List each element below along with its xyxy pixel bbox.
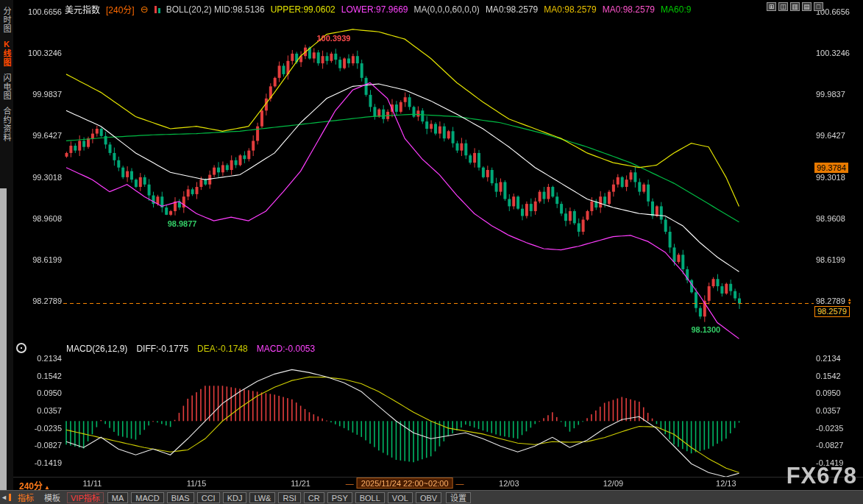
price-axis-label: 99.9837 (12, 90, 62, 99)
macd-axis-label: 0.0357 (816, 406, 841, 415)
window-layout-buttons: ⊞◫▥▤□ (767, 2, 823, 11)
boll-upper-value: UPPER:99.0602 (271, 4, 335, 15)
sidebar-tab-contract-info[interactable]: 合约资料 (1, 107, 13, 142)
dash-icon: — (456, 479, 464, 488)
indicator-button-cci[interactable]: CCI (197, 492, 220, 503)
boll-lower-value: LOWER:97.9669 (341, 4, 408, 15)
price-axis-label: 98.9608 (12, 214, 62, 223)
price-axis-label: 100.3246 (816, 49, 850, 57)
price-axis-label: 99.6427 (816, 131, 845, 140)
macd-header: MACD(26,12,9) DIFF:-0.1775 DEA:-0.1748 M… (66, 344, 315, 354)
x-axis-tick-label: 11/11 (82, 479, 102, 488)
indicator-button-psy[interactable]: PSY (327, 492, 352, 503)
candlestick-chart-canvas[interactable] (0, 0, 863, 504)
macd-axis-label: -0.0235 (816, 424, 843, 433)
indicator-button-macd[interactable]: MACD (131, 492, 163, 503)
current-price-tag: 98.2579 (814, 306, 850, 317)
price-arrows-icon: ▲▼ (848, 298, 852, 305)
price-axis-label: 98.9608 (816, 214, 845, 223)
bottom-toolbar: 指标 模板 VIP指标 MAMACDBIASCCIKDJLW&RSICRPSYB… (0, 490, 863, 504)
dash-icon: — (346, 479, 354, 488)
x-axis-tick-label: 11/15 (187, 479, 207, 488)
macd-axis-label: 0.2134 (816, 354, 841, 363)
macd-axis-label: 0.0357 (12, 406, 62, 415)
sidebar-scroll-strip[interactable] (0, 188, 7, 504)
trading-terminal: 分时图 K线图 闪电图 合约资料 美元指数 [240分] ⊖ BOLL(20,2… (0, 0, 863, 504)
rows-pane-icon[interactable]: ▤ (802, 2, 811, 11)
x-axis-tick-label: 12/09 (603, 479, 624, 488)
macd-axis-label: -0.1419 (12, 458, 62, 467)
toolbar-tab-templates[interactable]: 模板 (40, 491, 64, 503)
price-axis-label: 99.3018 (816, 173, 845, 182)
indicator-button-kdj[interactable]: KDJ (223, 492, 247, 503)
x-axis-tick-label: 12/13 (716, 479, 736, 488)
macd-axis-label: -0.0827 (816, 441, 843, 450)
boll-mid-value: BOLL(20,2) MID:98.5136 (166, 4, 265, 15)
price-axis-label: 98.2789 (12, 297, 62, 305)
macd-params-label: MACD(26,12,9) (66, 344, 127, 354)
sidebar-tab-kline-chart[interactable]: K线图 (1, 40, 13, 67)
split-pane-icon[interactable]: ◫ (778, 2, 788, 11)
indicator-button-lw[interactable]: LW& (249, 492, 275, 503)
minus-circle-icon[interactable]: ⊖ (141, 4, 149, 15)
add-pane-icon[interactable]: ⊞ (767, 2, 776, 11)
clock-icon[interactable] (16, 343, 26, 353)
vip-indicators-button[interactable]: VIP指标 (67, 492, 104, 503)
price-axis-label: 98.6199 (816, 255, 845, 264)
watermark-logo: FX678 (786, 463, 857, 489)
macd-axis-label: 0.0950 (12, 388, 62, 397)
ma-value: MA60:9 (661, 4, 691, 15)
indicator-buttons-group: MAMACDBIASCCIKDJLW&RSICRPSYBOLLVOLOBV (107, 492, 442, 503)
ma-value: MA0:98.2579 (603, 4, 655, 15)
macd-diff-value: DIFF:-0.1775 (136, 344, 188, 354)
price-axis-label: 99.3018 (12, 173, 62, 182)
macd-axis-label: -0.0235 (12, 424, 62, 433)
selected-time-label: 2025/11/24 22:00~02:00 (357, 478, 453, 489)
sidebar-tab-time-chart[interactable]: 分时图 (1, 7, 13, 33)
corner-arrow-icon[interactable]: ◄ (1, 494, 7, 501)
macd-macd-value: MACD:-0.0053 (257, 344, 315, 354)
price-axis-label: 99.9837 (816, 90, 845, 99)
ma-group-label: MA(0,0,0,60,0,0) (413, 4, 479, 15)
x-axis-tick-label: 11/21 (291, 479, 310, 488)
ma-value: MA0:98.2579 (544, 4, 596, 15)
price-axis-label: 98.2789▲▼ (816, 297, 852, 305)
settings-button[interactable]: 设置 (446, 492, 471, 503)
ma-value: MA0:98.2579 (486, 4, 538, 15)
indicator-button-boll[interactable]: BOLL (355, 492, 385, 503)
price-axis-label: 100.3246 (12, 49, 62, 57)
indicator-button-rsi[interactable]: RSI (278, 492, 300, 503)
macd-dea-value: DEA:-0.1748 (197, 344, 248, 354)
indicator-button-obv[interactable]: OBV (416, 492, 441, 503)
ma-values: MA0:98.2579MA0:98.2579MA0:98.2579MA60:9 (486, 4, 692, 15)
indicator-button-cr[interactable]: CR (304, 492, 324, 503)
candlestick-icon (155, 5, 160, 13)
period-tag[interactable]: [240分] (106, 3, 135, 15)
macd-axis-label: 0.0950 (816, 388, 841, 397)
macd-axis-label: 0.1542 (816, 372, 841, 380)
macd-axis-label: 0.2134 (12, 354, 62, 363)
indicator-button-bias[interactable]: BIAS (167, 492, 194, 503)
symbol-name: 美元指数 (65, 3, 100, 15)
indicator-tab-marker-icon (9, 494, 11, 501)
macd-axis-label: 0.1542 (12, 372, 62, 380)
price-axis-label: 99.6427 (12, 131, 62, 140)
sidebar: 分时图 K线图 闪电图 合约资料 (0, 0, 13, 504)
price-annotation: 100.3939 (317, 34, 351, 43)
indicator-button-vol[interactable]: VOL (388, 492, 413, 503)
macd-axis-label: -0.0827 (12, 441, 62, 450)
grid-pane-icon[interactable]: ▥ (790, 2, 800, 11)
price-annotation: 98.9877 (168, 219, 197, 228)
sidebar-tab-flash-chart[interactable]: 闪电图 (1, 74, 13, 100)
price-axis-label: 100.6656 (12, 7, 62, 16)
toolbar-tab-indicators[interactable]: 指标 (14, 491, 38, 503)
indicator-button-ma[interactable]: MA (107, 492, 129, 503)
axis-value-tag: 99.3784 (814, 163, 848, 173)
price-axis-label: 98.6199 (12, 255, 62, 264)
x-axis-tick-label: 12/03 (499, 479, 519, 488)
selected-time-tag: —2025/11/24 22:00~02:00— (346, 478, 464, 489)
maximize-icon[interactable]: □ (814, 2, 823, 11)
price-annotation: 98.1300 (691, 325, 720, 334)
chart-header: 美元指数 [240分] ⊖ BOLL(20,2) MID:98.5136 UPP… (65, 3, 764, 15)
